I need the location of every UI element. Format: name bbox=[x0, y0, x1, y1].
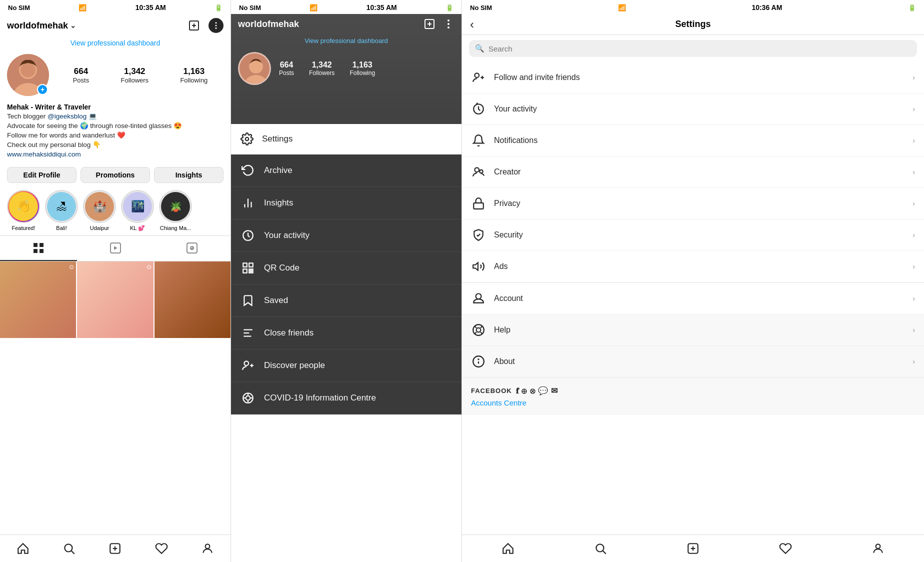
svg-rect-42 bbox=[252, 269, 253, 270]
settings-item-follow-invite[interactable]: Follow and invite friends › bbox=[462, 62, 924, 94]
settings-item-help[interactable]: Help › bbox=[462, 314, 924, 346]
settings-item-about[interactable]: About › bbox=[462, 346, 924, 378]
archive-icon bbox=[241, 164, 255, 178]
highlight-udaipur[interactable]: 🏰 Udaipur bbox=[83, 190, 116, 232]
tab-reels[interactable] bbox=[77, 236, 154, 261]
svg-rect-41 bbox=[249, 269, 250, 270]
qr-code-menu-item[interactable]: QR Code bbox=[231, 252, 462, 284]
svg-point-67 bbox=[476, 328, 481, 332]
new-post-icon[interactable] bbox=[186, 18, 202, 33]
highlight-bali[interactable]: 🏖 Bali! bbox=[45, 190, 78, 232]
edit-profile-button[interactable]: Edit Profile bbox=[7, 167, 76, 183]
header-icons bbox=[186, 18, 224, 33]
settings-item-account[interactable]: Account › bbox=[462, 282, 924, 314]
avatar[interactable]: + bbox=[7, 54, 49, 96]
your-activity-settings-icon bbox=[471, 102, 486, 116]
settings-icon bbox=[240, 132, 254, 146]
svg-rect-63 bbox=[474, 203, 484, 209]
tab-grid[interactable] bbox=[0, 236, 77, 261]
nav-add[interactable] bbox=[104, 540, 126, 557]
carrier-1: No SIM bbox=[8, 4, 30, 12]
archive-label: Archive bbox=[264, 166, 292, 176]
search-input[interactable] bbox=[488, 44, 911, 53]
settings-item-security[interactable]: Security › bbox=[462, 220, 924, 251]
promotions-button[interactable]: Promotions bbox=[80, 167, 150, 183]
svg-point-28 bbox=[448, 23, 450, 25]
username-row[interactable]: worldofmehak ⌄ bbox=[7, 20, 76, 31]
about-chevron: › bbox=[912, 358, 915, 366]
settings-nav-heart[interactable] bbox=[774, 540, 796, 557]
menu-button[interactable] bbox=[208, 18, 224, 33]
account-chevron: › bbox=[912, 294, 915, 302]
followers-stat[interactable]: 1,342 Followers bbox=[120, 66, 148, 84]
accounts-centre-link[interactable]: Accounts Centre bbox=[471, 398, 915, 407]
posts-stat[interactable]: 664 Posts bbox=[73, 66, 90, 84]
settings-item-creator[interactable]: Creator › bbox=[462, 156, 924, 188]
back-button[interactable]: ‹ bbox=[470, 18, 474, 32]
nav-heart[interactable] bbox=[150, 540, 172, 557]
add-story-button[interactable]: + bbox=[37, 84, 48, 95]
time-3: 10:36 AM bbox=[752, 4, 782, 12]
ads-chevron: › bbox=[912, 262, 915, 270]
tab-tagged[interactable] bbox=[154, 236, 230, 261]
search-bar[interactable]: 🔍 bbox=[469, 40, 917, 57]
post-thumb-1[interactable]: ⊙ bbox=[0, 262, 76, 338]
security-chevron: › bbox=[912, 231, 915, 239]
post-thumb-3[interactable] bbox=[154, 262, 230, 338]
svg-line-68 bbox=[474, 326, 476, 328]
nav-profile[interactable] bbox=[196, 540, 218, 557]
post-thumb-2[interactable]: ⊙ bbox=[77, 262, 153, 338]
discover-people-menu-item[interactable]: Discover people bbox=[231, 350, 462, 382]
following-stat[interactable]: 1,163 Following bbox=[180, 66, 208, 84]
status-bar-1: No SIM 📶 10:35 AM 🔋 bbox=[0, 0, 230, 14]
profile-bg: worldofmehak View professional dashboard bbox=[231, 14, 462, 124]
nav-home[interactable] bbox=[12, 540, 34, 557]
nav-search[interactable] bbox=[58, 540, 80, 557]
svg-rect-38 bbox=[243, 263, 247, 267]
settings-item-ads[interactable]: Ads › bbox=[462, 251, 924, 282]
status-bar-2: No SIM 📶 10:35 AM 🔋 bbox=[231, 0, 462, 14]
profile-stats: + 664 Posts 1,342 Followers 1,163 Follow… bbox=[0, 49, 230, 101]
covid-menu-item[interactable]: COVID-19 Information Centre bbox=[231, 382, 462, 414]
saved-menu-item[interactable]: Saved bbox=[231, 284, 462, 317]
settings-item-notifications[interactable]: Notifications › bbox=[462, 125, 924, 156]
posts-grid: ⊙ ⊙ bbox=[0, 262, 230, 534]
close-friends-menu-item[interactable]: Close friends bbox=[231, 317, 462, 350]
insights-menu-item[interactable]: Insights bbox=[231, 187, 462, 220]
svg-point-27 bbox=[448, 20, 450, 22]
svg-line-71 bbox=[474, 332, 476, 334]
profile-header: worldofmehak ⌄ bbox=[0, 14, 230, 37]
your-activity-menu-item[interactable]: Your activity bbox=[231, 220, 462, 252]
battery-icon-2: 🔋 bbox=[446, 4, 454, 12]
follow-invite-chevron: › bbox=[912, 74, 915, 82]
creator-label: Creator bbox=[494, 168, 904, 176]
stats-group: 664 Posts 1,342 Followers 1,163 Followin… bbox=[57, 66, 224, 84]
highlight-chiangmai[interactable]: 🪴 Chiang Ma... bbox=[159, 190, 192, 232]
highlights-row: 👋 Featured! 🏖 Bali! 🏰 Udaipur 🌃 KL 💕 🪴 bbox=[0, 186, 230, 236]
svg-point-9 bbox=[20, 62, 36, 78]
svg-point-23 bbox=[206, 544, 210, 548]
help-icon bbox=[471, 322, 486, 338]
insights-button[interactable]: Insights bbox=[154, 167, 224, 183]
highlight-kl[interactable]: 🌃 KL 💕 bbox=[121, 190, 154, 232]
settings-nav-home[interactable] bbox=[497, 540, 519, 557]
notifications-label: Notifications bbox=[494, 136, 904, 145]
settings-nav-search[interactable] bbox=[590, 540, 612, 557]
professional-dashboard-link[interactable]: View professional dashboard bbox=[0, 37, 230, 49]
settings-nav-profile[interactable] bbox=[867, 540, 889, 557]
bio-link[interactable]: www.mehaksiddiqui.com bbox=[7, 150, 81, 158]
settings-item-your-activity[interactable]: Your activity › bbox=[462, 94, 924, 125]
account-label: Account bbox=[494, 294, 904, 303]
privacy-chevron: › bbox=[912, 200, 915, 208]
svg-point-5 bbox=[216, 28, 217, 29]
settings-item-privacy[interactable]: Privacy › bbox=[462, 188, 924, 220]
svg-point-18 bbox=[65, 544, 72, 552]
follow-invite-label: Follow and invite friends bbox=[494, 73, 904, 82]
wifi-icon-2: 📶 bbox=[310, 4, 318, 12]
bio-text: Tech blogger @igeeksblog 💻 Advocate for … bbox=[7, 112, 224, 159]
bottom-nav-3 bbox=[462, 534, 924, 562]
settings-menu-item[interactable]: Settings bbox=[231, 124, 462, 154]
archive-menu-item[interactable]: Archive bbox=[231, 154, 462, 187]
highlight-featured[interactable]: 👋 Featured! bbox=[7, 190, 40, 232]
settings-nav-add[interactable] bbox=[682, 540, 704, 557]
